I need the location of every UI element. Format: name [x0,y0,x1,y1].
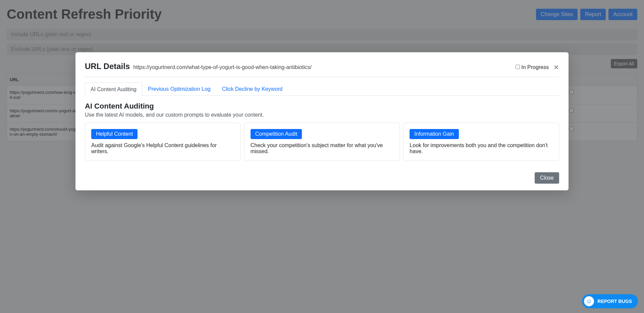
in-progress-checkbox[interactable] [516,65,520,69]
card-helpful-content: Helpful Content Audit against Google's H… [85,123,241,161]
competition-audit-button[interactable]: Competition Audit [251,129,302,139]
modal-title: URL Details [85,62,130,71]
modal-url: https://yogurtnerd.com/what-type-of-yogu… [133,64,312,70]
card-competition-audit: Competition Audit Check your competition… [244,123,400,161]
helpful-content-desc: Audit against Google's Helpful Content g… [91,142,234,154]
section-title: AI Content Auditing [85,102,559,111]
tab-click-decline-by-keyword[interactable]: Click Decline by Keyword [216,82,288,96]
card-information-gain: Information Gain Look for improvements b… [403,123,559,161]
modal-overlay: URL Details https://yogurtnerd.com/what-… [0,0,644,313]
section-desc: Use the latest AI models, and our custom… [85,112,559,118]
close-icon[interactable]: ✕ [553,63,559,71]
close-button[interactable]: Close [535,172,559,184]
tab-ai-content-auditing[interactable]: AI Content Auditing [85,82,142,96]
information-gain-desc: Look for improvements both you and the c… [410,142,553,154]
helpful-content-button[interactable]: Helpful Content [91,129,138,139]
tab-previous-optimization-log[interactable]: Previous Optimization Log [142,82,216,96]
url-details-modal: URL Details https://yogurtnerd.com/what-… [75,52,569,190]
report-bugs-button[interactable]: ☺ REPORT BUGS [582,294,638,308]
information-gain-button[interactable]: Information Gain [410,129,459,139]
smile-icon: ☺ [584,296,594,306]
competition-audit-desc: Check your competition's subject matter … [251,142,394,154]
in-progress-label[interactable]: In Progress [516,64,549,70]
